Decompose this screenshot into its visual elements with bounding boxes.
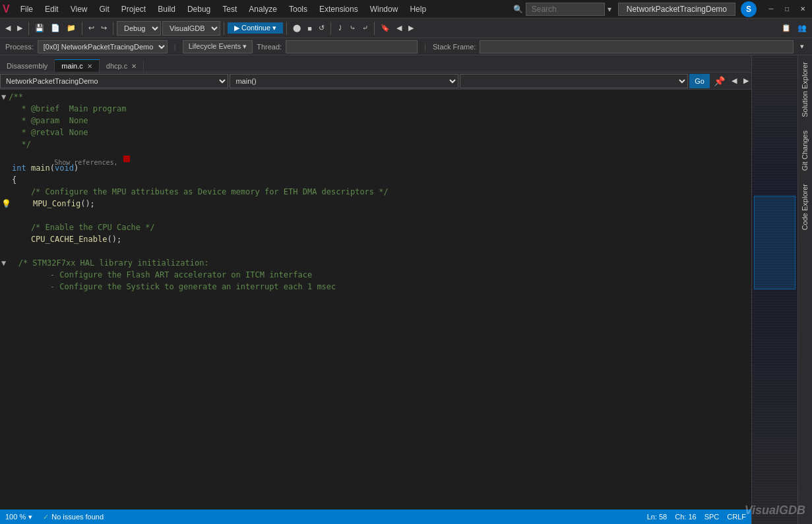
git-changes-tab[interactable]: Git Changes (798, 124, 812, 177)
menu-analyze[interactable]: Analyze (243, 3, 282, 15)
menu-view[interactable]: View (65, 3, 93, 15)
menu-edit[interactable]: Edit (40, 3, 64, 15)
redo-button[interactable]: ↪ (98, 22, 109, 34)
tab-dhcp-c[interactable]: dhcp.c ✕ (100, 60, 144, 72)
code-line (0, 211, 751, 223)
zoom-level[interactable]: 100 % ▾ (5, 513, 32, 521)
code-line: - Configure the Systick to generate an i… (0, 282, 751, 294)
back-button[interactable]: ◀ (3, 22, 13, 34)
code-line: * @brief Main program (0, 104, 751, 116)
menubar: V File Edit View Git Project Build Debug… (0, 0, 812, 18)
undo-button[interactable]: ↩ (86, 22, 97, 34)
step-into-button[interactable]: ⤷ (347, 22, 358, 34)
navigate-button[interactable]: ◀ (394, 22, 404, 34)
code-line: ▼ /** (0, 92, 751, 104)
breakpoint-button[interactable]: ⬤ (290, 22, 303, 34)
menu-items: File Edit View Git Project Build Debug T… (15, 3, 513, 15)
code-line: */ (0, 140, 751, 152)
hint-icon: 💡 (1, 199, 11, 208)
stackframe-expand-button[interactable]: ▾ (797, 41, 807, 52)
collab-button[interactable]: 👥 (795, 22, 809, 34)
menu-build[interactable]: Build (152, 3, 181, 15)
continue-button[interactable]: ▶ Continue ▾ (228, 22, 283, 34)
tab-main-c[interactable]: main.c ✕ (55, 59, 99, 72)
solution-explorer-tab[interactable]: Solution Explorer (798, 55, 812, 124)
code-line: /* Configure the MPU attributes as Devic… (0, 187, 751, 199)
platform-dropdown[interactable]: VisualGDB (162, 21, 220, 36)
solution-explorer-toggle[interactable]: 📋 (779, 22, 794, 34)
editor-statusbar: 100 % ▾ ✓ No issues found Ln: 58 Ch: 16 … (0, 509, 751, 524)
code-line: Show references, (0, 152, 751, 163)
save-button[interactable]: 💾 (32, 22, 47, 34)
minimize-button[interactable]: ─ (765, 3, 778, 16)
menu-extensions[interactable]: Extensions (314, 3, 363, 15)
stackframe-label: Stack Frame: (433, 43, 476, 51)
lifecycle-events-dropdown[interactable]: Lifecycle Events ▾ (183, 40, 253, 53)
encoding: SPC (704, 513, 720, 521)
stop-debug-button[interactable]: ■ (305, 23, 315, 34)
menu-file[interactable]: File (15, 3, 38, 15)
window-controls: ─ □ ✕ (765, 3, 809, 16)
menu-tools[interactable]: Tools (284, 3, 313, 15)
vertical-tabs: Solution Explorer Git Changes Code Explo… (797, 55, 812, 524)
close-tab-dhcp-c[interactable]: ✕ (131, 63, 137, 70)
column-number: Ch: 16 (675, 513, 696, 521)
code-line: ▼ /* STM32F7xx HAL library initializatio… (0, 258, 751, 270)
code-line: CPU_CACHE_Enable(); (0, 235, 751, 247)
ref-icon (123, 156, 130, 162)
main-toolbar: ◀ ▶ 💾 📄 📁 ↩ ↪ Debug VisualGDB ▶ Continue… (0, 18, 812, 38)
process-bar: Process: [0x0] NetworkPacketTracingDemo … (0, 38, 812, 55)
code-line: * @param None (0, 116, 751, 128)
close-tab-main-c[interactable]: ✕ (87, 63, 92, 70)
code-line (0, 247, 751, 258)
class-dropdown[interactable]: NetworkPacketTracingDemo (0, 74, 228, 88)
process-dropdown[interactable]: [0x0] NetworkPacketTracingDemo (38, 40, 168, 53)
maximize-button[interactable]: □ (780, 3, 794, 16)
tab-disassembly[interactable]: Disassembly (0, 60, 55, 72)
fold-icon[interactable]: ▼ (1, 258, 6, 268)
menu-debug[interactable]: Debug (182, 3, 216, 15)
code-explorer-tab[interactable]: Code Explorer (798, 177, 812, 237)
project-title: NetworkPacketTracingDemo (618, 3, 735, 16)
code-line: { (0, 175, 751, 187)
global-search-input[interactable] (526, 3, 605, 16)
debug-config-dropdown[interactable]: Debug (117, 21, 161, 36)
menu-project[interactable]: Project (116, 3, 151, 15)
thread-input[interactable] (286, 40, 418, 53)
bookmark-button[interactable]: 🔖 (378, 22, 392, 34)
main-area: Disassembly main.c ✕ dhcp.c ✕ NetworkPac… (0, 55, 812, 524)
open-folder-button[interactable]: 📁 (64, 22, 78, 34)
fold-icon[interactable]: ▼ (1, 92, 6, 102)
nav-back-button[interactable]: ◀ (729, 75, 739, 86)
process-label: Process: (5, 43, 34, 51)
user-avatar[interactable]: S (741, 1, 757, 17)
new-file-button[interactable]: 📄 (48, 22, 63, 34)
menu-help[interactable]: Help (404, 3, 431, 15)
go-button[interactable]: Go (689, 74, 710, 88)
pin-button[interactable]: 📌 (711, 74, 728, 88)
forward-button[interactable]: ▶ (15, 22, 25, 34)
code-line: * @retval None (0, 128, 751, 140)
nav-fwd-button[interactable]: ▶ (741, 75, 751, 86)
restart-button[interactable]: ↺ (316, 22, 327, 34)
navigate-fwd-button[interactable]: ▶ (406, 22, 416, 34)
menu-test[interactable]: Test (217, 3, 242, 15)
step-over-button[interactable]: ⤸ (334, 22, 346, 34)
code-line: - Configure the Flash ART accelerator on… (0, 270, 751, 282)
menu-window[interactable]: Window (365, 3, 404, 15)
right-sidebar (751, 55, 797, 524)
menu-git[interactable]: Git (94, 3, 115, 15)
close-button[interactable]: ✕ (796, 3, 809, 16)
minimap-content (752, 55, 797, 524)
code-line: 💡 MPU_Config(); (0, 199, 751, 211)
context-dropdown[interactable] (460, 74, 688, 88)
code-editor[interactable]: ▼ /** * @brief Main program * @param Non… (0, 90, 751, 509)
editor-area: Disassembly main.c ✕ dhcp.c ✕ NetworkPac… (0, 55, 751, 524)
code-line: /* Enable the CPU Cache */ (0, 223, 751, 235)
step-out-button[interactable]: ⤶ (359, 22, 371, 34)
stackframe-input[interactable] (480, 40, 794, 53)
method-dropdown[interactable]: main() (230, 74, 458, 88)
line-number: Ln: 58 (647, 513, 668, 521)
line-ending: CRLF (727, 513, 746, 521)
code-nav-bar: NetworkPacketTracingDemo main() Go 📌 ◀ ▶ (0, 73, 751, 90)
